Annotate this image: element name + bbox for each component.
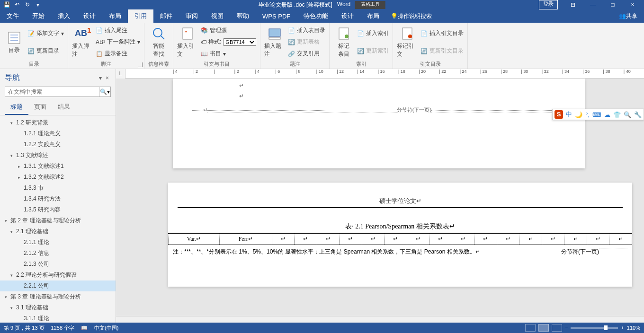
status-words[interactable]: 1258 个字: [51, 324, 75, 332]
nav-tab-results[interactable]: 结果: [52, 100, 76, 115]
table-cell[interactable]: ↵: [272, 233, 295, 245]
tell-me-search[interactable]: 💡 操作说明搜索: [386, 9, 437, 23]
qat-dropdown-icon[interactable]: ▾: [34, 1, 42, 9]
ime-keyboard-icon[interactable]: ⌨: [592, 111, 601, 118]
insert-tof-button[interactable]: 📄 插入表目录: [288, 26, 325, 35]
table-cell[interactable]: ↵: [587, 233, 609, 245]
tab-file[interactable]: 文件: [0, 9, 26, 23]
table-row[interactable]: Var.↵Ferr↵↵↵↵↵↵↵↵↵↵↵↵↵↵↵↵↵: [169, 233, 632, 245]
tab-home[interactable]: 开始: [26, 9, 51, 23]
ime-moon-icon[interactable]: 🌙: [575, 111, 582, 118]
nav-item[interactable]: ▾3.1 理论基础: [0, 302, 116, 313]
view-read-mode[interactable]: [525, 324, 536, 332]
nav-item[interactable]: 1.3.5 研究内容: [0, 204, 116, 215]
nav-item[interactable]: 2.1.3 公司: [0, 259, 116, 270]
tab-help[interactable]: 帮助: [230, 9, 256, 23]
table-cell[interactable]: ↵: [429, 233, 452, 245]
table-cell[interactable]: ↵: [295, 233, 317, 245]
nav-close-icon[interactable]: ×: [104, 75, 111, 81]
share-button[interactable]: 👥 共享: [612, 9, 644, 23]
nav-item[interactable]: ▾第 2 章 理论基础与理论分析: [0, 215, 116, 226]
ime-skin-icon[interactable]: 👕: [613, 111, 621, 118]
ime-cloud-icon[interactable]: ☁: [604, 111, 610, 118]
correlation-table[interactable]: Var.↵Ferr↵↵↵↵↵↵↵↵↵↵↵↵↵↵↵↵↵: [168, 233, 632, 245]
table-cell[interactable]: Var.↵: [169, 233, 220, 245]
zoom-level[interactable]: 110%: [627, 325, 640, 331]
table-cell[interactable]: ↵: [542, 233, 564, 245]
table-cell[interactable]: ↵: [564, 233, 587, 245]
status-spellcheck-icon[interactable]: 📖: [81, 325, 88, 331]
tab-review[interactable]: 审阅: [179, 9, 205, 23]
table-cell[interactable]: ↵: [609, 233, 632, 245]
ribbon-options-icon[interactable]: ⊟: [564, 0, 582, 9]
zoom-slider[interactable]: [571, 327, 618, 329]
login-button[interactable]: 登录: [539, 0, 558, 9]
nav-tab-headings[interactable]: 标题: [5, 100, 28, 115]
save-icon[interactable]: 💾: [3, 1, 10, 9]
tab-references[interactable]: 引用: [128, 9, 153, 23]
table-cell[interactable]: ↵: [385, 233, 407, 245]
status-page[interactable]: 第 9 页，共 13 页: [4, 324, 45, 332]
footnote-dialog-launcher[interactable]: [138, 62, 143, 67]
table-cell[interactable]: ↵: [474, 233, 497, 245]
nav-dropdown-icon[interactable]: ▾: [97, 75, 104, 81]
table-cell[interactable]: ↵: [519, 233, 542, 245]
insert-caption-button[interactable]: 插入题注: [264, 25, 285, 60]
ime-settings-icon[interactable]: 🔧: [634, 111, 642, 118]
insert-citation-button[interactable]: " 插入引文: [177, 25, 198, 60]
smart-lookup-button[interactable]: 智能 查找: [148, 25, 169, 60]
mark-citation-button[interactable]: 标记引文: [397, 25, 418, 60]
nav-search-button[interactable]: 🔍▾: [99, 87, 110, 96]
tab-table-design[interactable]: 设计: [335, 9, 360, 23]
nav-item[interactable]: ▸1.3.2 文献综述2: [0, 172, 116, 183]
minimize-icon[interactable]: —: [583, 0, 602, 9]
table-cell[interactable]: ↵: [362, 233, 385, 245]
nav-item[interactable]: 1.2.1 理论意义: [0, 128, 116, 139]
citation-style-select[interactable]: GB7714: [223, 38, 256, 46]
table-cell[interactable]: ↵: [407, 233, 429, 245]
tab-table-layout[interactable]: 布局: [360, 9, 386, 23]
nav-item[interactable]: 2.1.2 信息: [0, 248, 116, 259]
table-cell[interactable]: ↵: [317, 233, 340, 245]
nav-search-input[interactable]: [5, 87, 99, 96]
nav-item[interactable]: 2.1.1 理论: [0, 237, 116, 248]
maximize-icon[interactable]: □: [603, 0, 622, 9]
nav-item[interactable]: 2.2.1 公司: [0, 280, 116, 291]
ime-punct-icon[interactable]: °,: [585, 111, 590, 118]
zoom-out-button[interactable]: −: [565, 325, 568, 331]
page-current[interactable]: 硕士学位论文↵ 表· 2.1 Pearson/Spearman 相关系数表↵ V…: [168, 183, 632, 287]
nav-item[interactable]: ▾2.1 理论基础: [0, 226, 116, 237]
horizontal-ruler[interactable]: L | 4| 2| | 2| 4| 6| 8| 10| 12| 14| 16| …: [116, 69, 644, 79]
nav-item[interactable]: ▾2.2 理论分析与研究假设: [0, 270, 116, 280]
tab-wps[interactable]: WPS PDF: [256, 9, 297, 23]
ime-lang[interactable]: 中: [566, 110, 572, 119]
table-cell[interactable]: Ferr↵: [219, 233, 272, 245]
tab-mail[interactable]: 邮件: [153, 9, 179, 23]
nav-item[interactable]: ▾1.3 文献综述: [0, 150, 116, 161]
ime-search-icon[interactable]: 🔍: [624, 111, 631, 118]
next-footnote-button[interactable]: AB¹ 下一条脚注 ▾: [96, 37, 140, 46]
page-previous[interactable]: ↵ ↵ ↵分节符(下一页): [173, 79, 585, 168]
table-cell[interactable]: ↵: [452, 233, 474, 245]
nav-item[interactable]: ▾1.2 研究背景: [0, 117, 116, 128]
nav-item[interactable]: 1.3.3 市: [0, 183, 116, 193]
zoom-in-button[interactable]: +: [621, 325, 624, 331]
update-toc-button[interactable]: 🔄 更新目录: [27, 46, 64, 55]
toc-button[interactable]: 目录: [4, 25, 25, 60]
close-icon[interactable]: ×: [623, 0, 642, 9]
insert-footnote-button[interactable]: AB1 插入脚注: [72, 25, 93, 60]
tab-special[interactable]: 特色功能: [297, 9, 335, 23]
insert-index-button[interactable]: 📄 插入索引: [357, 29, 389, 38]
undo-icon[interactable]: ↶: [13, 1, 21, 9]
ime-toolbar[interactable]: S 中 🌙 °, ⌨ ☁ 👕 🔍 🔧: [552, 109, 644, 120]
manage-sources-button[interactable]: 📚 管理源: [201, 26, 256, 35]
redo-icon[interactable]: ↻: [24, 1, 31, 9]
tab-insert[interactable]: 插入: [51, 9, 77, 23]
view-print-layout[interactable]: [538, 324, 549, 332]
cross-reference-button[interactable]: 🔗 交叉引用: [288, 49, 325, 58]
nav-item[interactable]: 1.3.4 研究方法: [0, 193, 116, 204]
table-cell[interactable]: ↵: [497, 233, 519, 245]
insert-endnote-button[interactable]: 📄 插入尾注: [96, 26, 140, 35]
tab-layout[interactable]: 布局: [102, 9, 128, 23]
nav-item[interactable]: 1.2.2 实践意义: [0, 139, 116, 150]
